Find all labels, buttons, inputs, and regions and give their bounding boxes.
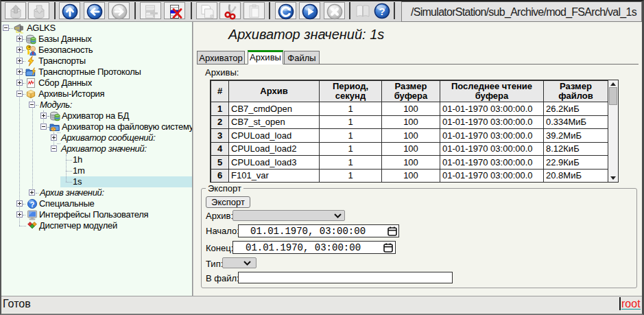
svg-text:?: ? [379, 5, 385, 17]
svg-text:?: ? [30, 200, 35, 209]
